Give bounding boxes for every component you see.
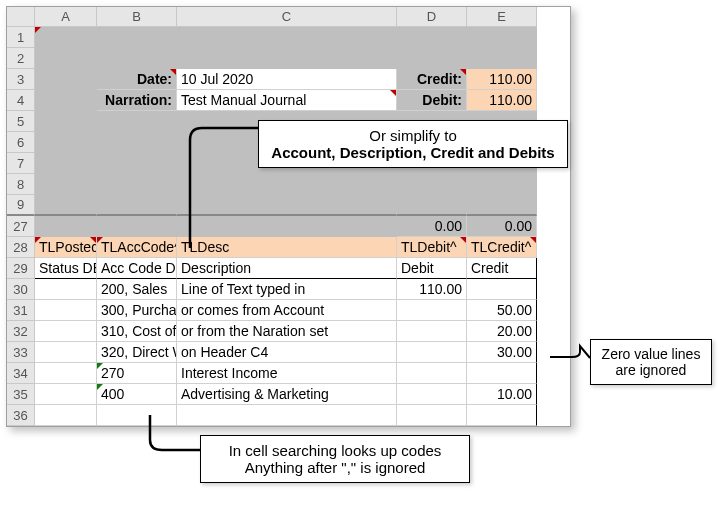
cell[interactable] (397, 300, 467, 321)
tag-acccode[interactable]: TLAccCode^ (97, 237, 177, 258)
row-header[interactable]: 6 (7, 132, 35, 153)
table-row: 31300, Purchasor comes from Account50.00 (7, 300, 570, 321)
cell[interactable] (467, 48, 537, 69)
date-label[interactable]: Date: (97, 69, 177, 90)
callout-zero-lines: Zero value lines are ignored (590, 339, 712, 385)
hdr-credit[interactable]: Credit (467, 258, 537, 279)
row-header[interactable]: 34 (7, 363, 35, 384)
narration-value[interactable]: Test Manual Journal (177, 90, 397, 111)
hdr-acccode[interactable]: Acc Code DB (97, 258, 177, 279)
cell[interactable] (35, 279, 97, 300)
col-header-C[interactable]: C (177, 7, 397, 27)
row-header[interactable]: 8 (7, 174, 35, 195)
cell[interactable]: on Header C4 (177, 342, 397, 363)
table-row: 35400Advertising & Marketing10.00 (7, 384, 570, 405)
cell[interactable]: or comes from Account (177, 300, 397, 321)
tag-debit[interactable]: TLDebit^ (397, 237, 467, 258)
cell[interactable]: Interest Income (177, 363, 397, 384)
cell[interactable] (397, 384, 467, 405)
credit-label[interactable]: Credit: (397, 69, 467, 90)
hdr-desc[interactable]: Description (177, 258, 397, 279)
col-header-D[interactable]: D (397, 7, 467, 27)
row-header[interactable]: 27 (7, 216, 35, 237)
column-headers: A B C D E (7, 7, 570, 27)
cell[interactable]: or from the Naration set (177, 321, 397, 342)
sum-credit[interactable]: 0.00 (467, 216, 537, 237)
credit-value[interactable]: 110.00 (467, 69, 537, 90)
cell[interactable] (35, 384, 97, 405)
cell[interactable] (35, 48, 97, 69)
cell[interactable]: 400 (97, 384, 177, 405)
cell[interactable] (467, 405, 537, 426)
table-row: 36 (7, 405, 570, 426)
row-header[interactable]: 33 (7, 342, 35, 363)
narration-label[interactable]: Narration: (97, 90, 177, 111)
cell[interactable]: 270 (97, 363, 177, 384)
sum-debit[interactable]: 0.00 (397, 216, 467, 237)
cell[interactable] (97, 405, 177, 426)
cell[interactable]: Line of Text typed in (177, 279, 397, 300)
cell[interactable] (397, 405, 467, 426)
cell[interactable]: 30.00 (467, 342, 537, 363)
row-header[interactable]: 28 (7, 237, 35, 258)
cell[interactable] (35, 363, 97, 384)
cell[interactable] (35, 27, 97, 48)
table-row: 34270Interest Income (7, 363, 570, 384)
cell[interactable]: 110.00 (397, 279, 467, 300)
row-header[interactable]: 29 (7, 258, 35, 279)
cell[interactable] (467, 27, 537, 48)
cell[interactable] (397, 48, 467, 69)
tag-posted[interactable]: TLPosted (35, 237, 97, 258)
col-header-A[interactable]: A (35, 7, 97, 27)
cell[interactable] (397, 342, 467, 363)
date-value[interactable]: 10 Jul 2020 (177, 69, 397, 90)
cell[interactable] (35, 300, 97, 321)
row-header[interactable]: 30 (7, 279, 35, 300)
cell[interactable]: 10.00 (467, 384, 537, 405)
cell[interactable]: 300, Purchas (97, 300, 177, 321)
debit-label[interactable]: Debit: (397, 90, 467, 111)
cell[interactable] (397, 27, 467, 48)
cell[interactable]: 50.00 (467, 300, 537, 321)
hdr-debit[interactable]: Debit (397, 258, 467, 279)
cell[interactable]: 310, Cost of G (97, 321, 177, 342)
cell[interactable] (467, 279, 537, 300)
row-header[interactable]: 5 (7, 111, 35, 132)
row-header[interactable]: 9 (7, 195, 35, 216)
row-header[interactable]: 7 (7, 153, 35, 174)
cell[interactable] (177, 405, 397, 426)
cell[interactable] (97, 27, 177, 48)
cell[interactable] (35, 342, 97, 363)
cell[interactable] (35, 321, 97, 342)
row-header[interactable]: 31 (7, 300, 35, 321)
callout-searching: In cell searching looks up codes Anythin… (200, 435, 470, 483)
cell[interactable] (397, 363, 467, 384)
tag-credit[interactable]: TLCredit^ (467, 237, 537, 258)
cell[interactable] (97, 48, 177, 69)
row-header[interactable]: 4 (7, 90, 35, 111)
cell[interactable]: 20.00 (467, 321, 537, 342)
row-header[interactable]: 35 (7, 384, 35, 405)
cell[interactable] (397, 321, 467, 342)
row-header[interactable]: 36 (7, 405, 35, 426)
hdr-status[interactable]: Status DBI (35, 258, 97, 279)
debit-value[interactable]: 110.00 (467, 90, 537, 111)
row-header[interactable]: 1 (7, 27, 35, 48)
spreadsheet: A B C D E 1 2 3 Date: 10 Jul 2020 Credit… (6, 6, 571, 427)
cell[interactable] (177, 48, 397, 69)
cell[interactable] (35, 90, 97, 111)
cell[interactable]: Advertising & Marketing (177, 384, 397, 405)
row-header[interactable]: 3 (7, 69, 35, 90)
cell[interactable] (35, 69, 97, 90)
tag-desc[interactable]: TLDesc (177, 237, 397, 258)
row-header[interactable]: 2 (7, 48, 35, 69)
col-header-B[interactable]: B (97, 7, 177, 27)
cell[interactable]: 200, Sales (97, 279, 177, 300)
col-header-E[interactable]: E (467, 7, 537, 27)
cell[interactable] (177, 27, 397, 48)
row-header[interactable]: 32 (7, 321, 35, 342)
table-row: 30200, SalesLine of Text typed in110.00 (7, 279, 570, 300)
cell[interactable]: 320, Direct W (97, 342, 177, 363)
cell[interactable] (467, 363, 537, 384)
cell[interactable] (35, 405, 97, 426)
